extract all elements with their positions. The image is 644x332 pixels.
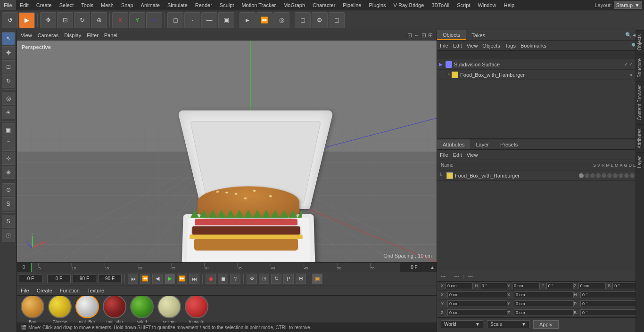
auto-key-btn[interactable]: ⏹ [218, 274, 228, 284]
om-menu-objects[interactable]: Objects [482, 43, 500, 49]
step-forward-btn[interactable]: ⏩ [177, 274, 187, 284]
timeline-track[interactable]: 5 10 15 20 25 30 35 40 [31, 263, 400, 272]
object-mode-btn[interactable]: ◻ [167, 12, 183, 28]
move-tool-btn[interactable]: ✥ [2, 46, 15, 59]
attr-tab-layer[interactable]: Layer [470, 139, 495, 149]
camera-tool-btn[interactable]: ◎ [2, 92, 15, 105]
light-tool-btn[interactable]: ☀ [2, 106, 15, 119]
spline-tool-btn[interactable]: ⌒ [2, 138, 15, 151]
size-z-field[interactable]: 0 cm [514, 309, 574, 316]
menu-pipeline[interactable]: Pipeline [339, 0, 365, 10]
apply-button[interactable]: Apply [533, 320, 559, 329]
goto-start-btn[interactable]: ⏮ [128, 274, 138, 284]
step-back-btn[interactable]: ⏪ [140, 274, 150, 284]
viewport-display-menu[interactable]: Display [64, 32, 81, 38]
playback-key-btn[interactable]: ⊡ [259, 274, 269, 284]
menu-tools[interactable]: Tools [77, 0, 97, 10]
scale-dropdown[interactable]: Scale ▼ [487, 320, 529, 328]
viewport-filter-menu[interactable]: Filter [87, 32, 98, 38]
rot-p-field[interactable]: 0 ° [580, 300, 640, 307]
axis-z-button[interactable]: Z [146, 12, 162, 28]
poly-mode-btn[interactable]: ▣ [218, 12, 234, 28]
attr-tab-attributes[interactable]: Attributes [437, 139, 470, 149]
menu-motion-tracker[interactable]: Motion Tracker [238, 0, 280, 10]
attr-row-foodbox[interactable]: └ Food_Box_with_Hamburger [437, 170, 644, 181]
render-to-picture-btn[interactable]: ◎ [273, 12, 289, 28]
timeline-expand-btn[interactable]: ▲ [428, 263, 437, 272]
right-tab-structure[interactable]: Structure [636, 54, 644, 81]
record-btn[interactable]: ⏺ [206, 274, 216, 284]
scene-tool-btn[interactable]: ⊕ [2, 166, 15, 179]
pos-z-field[interactable]: 0 cm [447, 309, 507, 316]
material-item-bun[interactable]: Bun [21, 296, 44, 323]
viewport-layout-icon[interactable]: ⊡ [407, 32, 412, 39]
end-frame-field-1[interactable]: 90 F [73, 275, 96, 283]
viewport-expand-icon[interactable]: ↔ [414, 32, 420, 39]
polygon-tool-btn[interactable]: ▣ [2, 123, 15, 137]
axis-y-button[interactable]: Y [129, 12, 145, 28]
menu-3dtoall[interactable]: 3DToAll [428, 0, 453, 10]
menu-mesh[interactable]: Mesh [97, 0, 117, 10]
size-y-field[interactable]: 0 cm [514, 300, 574, 307]
edit-render-settings-btn[interactable]: ◻ [329, 12, 345, 28]
snap-tool-btn[interactable]: S [2, 215, 15, 228]
om-tab-objects[interactable]: Objects [437, 30, 466, 40]
menu-file[interactable]: File [0, 0, 16, 10]
paint-tool-btn[interactable]: S [2, 197, 15, 211]
rotate-button[interactable]: ↻ [74, 12, 90, 28]
om-menu-edit[interactable]: Edit [453, 43, 462, 49]
material-item-cheese[interactable]: Cheese [48, 296, 72, 323]
frame-field-2[interactable]: 0 F [47, 275, 71, 283]
menu-create[interactable]: Create [33, 0, 56, 10]
pos-x-field[interactable]: 0 cm [447, 292, 507, 298]
move-button[interactable]: ✥ [40, 12, 56, 28]
current-frame-field[interactable]: 0 F [19, 275, 42, 283]
attr-menu-view[interactable]: View [467, 152, 478, 158]
viewport-cameras-menu[interactable]: Cameras [38, 32, 59, 38]
menu-window[interactable]: Window [474, 0, 500, 10]
subdivision-check-1[interactable]: ✓ [624, 62, 628, 67]
help-btn[interactable]: ? [230, 274, 240, 284]
viewport-canvas[interactable]: Perspective Grid Spacing : 10 cm X Y Z [17, 40, 437, 262]
right-tab-content-browser[interactable]: Content Browser [636, 81, 644, 124]
playback-loop-btn[interactable]: ↻ [271, 274, 281, 284]
menu-vray[interactable]: V-Ray Bridge [390, 0, 428, 10]
play-btn[interactable]: ▶ [165, 274, 175, 284]
right-tab-layer[interactable]: Layer [636, 152, 644, 172]
pos-y-field[interactable]: 0 cm [447, 300, 507, 307]
play-back-btn[interactable]: ◀ [152, 274, 163, 284]
menu-simulate[interactable]: Simulate [164, 0, 191, 10]
layout-dropdown[interactable]: Startup ▼ [614, 1, 642, 9]
om-search-icon[interactable]: 🔍 [625, 32, 632, 38]
viewport-view-menu[interactable]: View [21, 32, 32, 38]
undo-button[interactable]: ↺ [2, 12, 18, 28]
expand-icon[interactable]: ▶ [439, 62, 443, 67]
om-menu-file[interactable]: File [440, 43, 448, 49]
size-x-field[interactable]: 0 cm [514, 292, 574, 298]
menu-script[interactable]: Script [453, 0, 474, 10]
viewport-maximize-icon[interactable]: ⊡ [421, 32, 426, 39]
point-mode-btn[interactable]: · [184, 12, 200, 28]
menu-animate[interactable]: Animate [137, 0, 164, 10]
right-tab-objects[interactable]: Objects [636, 30, 644, 54]
mat-menu-file[interactable]: File [21, 288, 29, 293]
om-menu-bookmarks[interactable]: Bookmarks [520, 43, 546, 49]
menu-sculpt[interactable]: Sculpt [216, 0, 238, 10]
sculpt-tool-btn[interactable]: ⊙ [2, 183, 15, 196]
attr-tab-presets[interactable]: Presets [495, 139, 523, 149]
render-region-btn[interactable]: ⏩ [256, 12, 272, 28]
menu-edit[interactable]: Edit [16, 0, 33, 10]
playback-record2-btn[interactable]: P [283, 274, 294, 284]
rotate-tool-btn[interactable]: ↻ [2, 74, 15, 88]
object-row-foodbox[interactable]: └ Food_Box_with_Hamburger ● [437, 70, 644, 80]
scale-tool-btn[interactable]: ⊡ [2, 60, 15, 73]
render-btn[interactable]: ▶ [239, 12, 256, 28]
playback-grid-btn[interactable]: ⊞ [296, 274, 306, 284]
world-dropdown[interactable]: World ▼ [441, 320, 483, 328]
playback-clip-btn[interactable]: ▣ [312, 274, 322, 284]
foodbox-dot-1[interactable]: ● [630, 72, 633, 77]
goto-end-btn[interactable]: ⏭ [189, 274, 199, 284]
render-settings-btn[interactable]: ⚙ [312, 12, 328, 28]
viewport-panel-menu[interactable]: Panel [104, 32, 117, 38]
end-frame-field-2[interactable]: 90 F [98, 275, 122, 283]
